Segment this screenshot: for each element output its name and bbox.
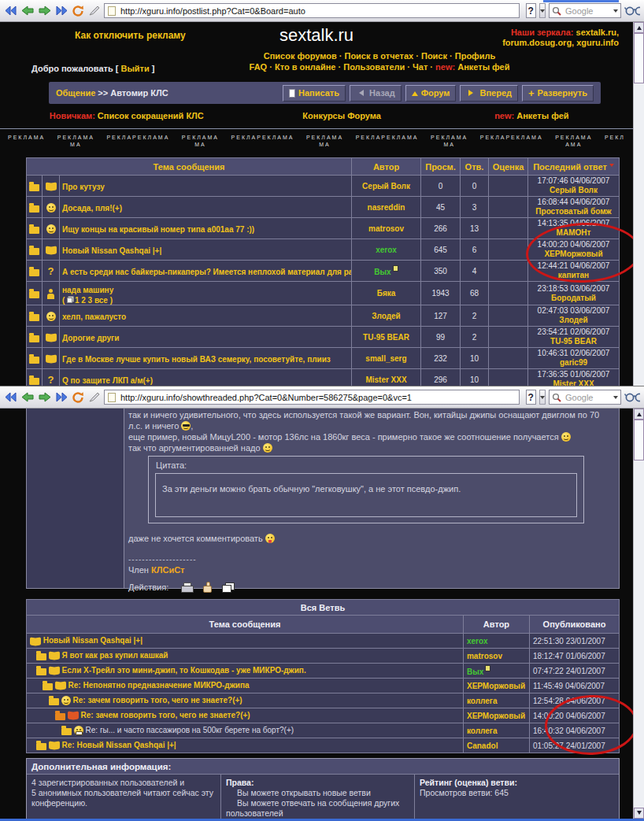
author-link[interactable]: ХЕРМоржовый <box>467 712 525 720</box>
glasses-icon[interactable] <box>624 390 640 405</box>
author-link[interactable]: коллега <box>467 697 498 705</box>
menu-link[interactable]: Пользователи <box>343 62 405 72</box>
profiles-link[interactable]: Анкеты фей <box>516 111 568 120</box>
topic-link[interactable]: Досада, пля!(+) <box>62 204 122 213</box>
topic-link[interactable]: Новый Nissan Qashqai |+| <box>62 246 161 255</box>
search-dropdown-icon[interactable] <box>613 9 618 15</box>
topic-link[interactable]: Про кутузу <box>62 183 105 191</box>
images-icon[interactable] <box>222 582 235 593</box>
thread-topic-link[interactable]: Re: Новый Nissan Qashqai |+| <box>62 741 176 749</box>
author-link[interactable]: xerox <box>376 246 397 254</box>
forward-button[interactable] <box>38 3 52 19</box>
menu-link[interactable]: Профиль <box>455 51 495 61</box>
forward-far-button[interactable] <box>55 3 68 19</box>
scroll-thumb[interactable] <box>634 33 644 83</box>
menu-link[interactable]: Поиск в отчетах <box>344 51 413 61</box>
abbreviations-link[interactable]: Список сокращений КЛС <box>98 111 204 120</box>
back-button[interactable] <box>20 3 35 19</box>
author-link[interactable]: коллега <box>467 727 498 735</box>
print-icon[interactable] <box>181 582 193 593</box>
breadcrumb-forum-link[interactable]: Общение <box>56 88 95 98</box>
search-dropdown-icon[interactable] <box>613 396 618 401</box>
thread-topic-link[interactable]: Re: Непонятно предназначение МИКРО-джипа <box>68 681 250 690</box>
last-reply-author[interactable]: Серый Волк <box>550 186 598 194</box>
compose-pencil-button[interactable] <box>88 3 101 19</box>
navbar-button-forward[interactable]: Вперед <box>460 85 518 102</box>
mirror-link[interactable]: sextalk.ru, <box>576 28 619 37</box>
search-input[interactable] <box>564 392 611 403</box>
url-input[interactable] <box>119 392 516 403</box>
topic-link[interactable]: хелп, пажалусто <box>62 312 126 321</box>
profiles-link[interactable]: Анкеты фей <box>457 62 509 72</box>
topic-link[interactable]: Ищу концы на красивый номер типа a001aa … <box>62 225 254 234</box>
thread-topic-link[interactable]: Re: зачем говорить того, чего не знаете?… <box>73 696 242 705</box>
menu-link[interactable]: Поиск <box>421 51 447 61</box>
topic-link[interactable]: А есть среди нас байкеры-пикаперы? Имеет… <box>62 268 352 276</box>
last-reply-author[interactable]: капитан <box>558 271 589 279</box>
author-link[interactable]: Бяка <box>377 289 396 298</box>
author-link[interactable]: Злодей <box>372 312 401 320</box>
author-link[interactable]: xerox <box>467 637 488 645</box>
topic-link[interactable]: Где в Москве лучше купить новый ВАЗ семе… <box>62 355 331 364</box>
topic-link[interactable]: Дорогие други <box>62 334 119 342</box>
author-link[interactable]: nasreddin <box>368 203 405 212</box>
forward-button[interactable] <box>38 390 52 405</box>
menu-link[interactable]: Список форумов <box>264 51 337 61</box>
last-reply-author[interactable]: TU-95 BEAR <box>550 337 597 346</box>
thread-topic-link[interactable]: Re: гы... и часто пассажиров на 500кг бе… <box>86 726 294 734</box>
thread-topic-link[interactable]: Новый Nissan Qashqai |+| <box>43 636 142 645</box>
author-link[interactable]: Canadol <box>467 741 498 750</box>
author-link[interactable]: TU-95 BEAR <box>363 333 409 342</box>
navbar-button-back[interactable]: Назад <box>350 85 402 102</box>
search-box[interactable] <box>549 3 621 18</box>
address-bar[interactable] <box>104 390 520 405</box>
help-dropdown[interactable] <box>539 390 546 405</box>
scroll-down-button[interactable] <box>634 808 644 819</box>
navbar-button-write[interactable]: Написать <box>283 85 346 102</box>
back-button[interactable] <box>20 390 35 405</box>
scroll-thumb[interactable] <box>634 420 644 460</box>
author-link[interactable]: Серый Волк <box>362 182 410 190</box>
author-link[interactable]: ХЕРМоржовый <box>467 682 525 690</box>
forward-far-button[interactable] <box>55 390 68 405</box>
last-reply-author[interactable]: МАМОНт <box>557 228 591 237</box>
menu-link[interactable]: Чат <box>413 62 427 72</box>
navbar-button-plus[interactable]: Развернуть <box>522 85 594 102</box>
pages-links[interactable]: 1 2 3 все ) <box>75 296 113 305</box>
author-link[interactable]: small_serg <box>365 354 406 363</box>
author-link[interactable]: matrosov <box>467 652 502 660</box>
last-reply-author[interactable]: Злодей <box>559 316 588 324</box>
thread-topic-link[interactable]: Re: зачем говорить того, чего не знаете?… <box>81 711 250 719</box>
reload-button[interactable] <box>72 390 85 405</box>
last-reply-author[interactable]: Простоватый бомж <box>535 207 611 216</box>
scroll-up-button[interactable] <box>634 409 644 420</box>
last-reply-author[interactable]: ХЕРМоржовый <box>544 250 602 258</box>
address-bar[interactable] <box>104 3 520 18</box>
contests-link[interactable]: Конкурсы Форума <box>254 111 431 120</box>
author-link[interactable]: Вых <box>374 268 390 276</box>
help-button[interactable]: ? <box>526 3 536 18</box>
author-link[interactable]: Вых <box>467 668 483 676</box>
topic-link[interactable]: Q по защите ЛКП а/м(+) <box>62 376 153 385</box>
reload-button[interactable] <box>72 3 85 19</box>
last-reply-author[interactable]: Бородатый <box>551 294 596 302</box>
last-reply-author[interactable]: garic99 <box>560 358 587 367</box>
help-button[interactable]: ? <box>526 390 536 405</box>
notify-hand-icon[interactable] <box>203 582 212 593</box>
mirror-link[interactable]: forum.dosug.org, xguru.info <box>502 38 619 47</box>
search-input[interactable] <box>564 6 611 17</box>
author-link[interactable]: matrosov <box>368 224 404 233</box>
thread-topic-link[interactable]: Если Х-Трейл это мини-джип, то Кошкодав … <box>62 666 306 675</box>
topic-link[interactable]: нада машину <box>62 286 113 294</box>
scrollbar[interactable] <box>633 22 644 386</box>
search-box[interactable] <box>549 390 621 405</box>
compose-pencil-button[interactable] <box>88 390 101 405</box>
thread-topic-link[interactable]: Я вот как раз купил кашкай <box>62 651 168 660</box>
menu-link[interactable]: FAQ <box>250 62 268 72</box>
history-back-far-button[interactable] <box>4 3 17 19</box>
navbar-button-up[interactable]: Форум <box>405 85 457 102</box>
glasses-icon[interactable] <box>624 3 640 19</box>
url-input[interactable] <box>119 6 516 17</box>
scrollbar[interactable] <box>633 409 644 819</box>
scroll-up-button[interactable] <box>634 22 644 33</box>
